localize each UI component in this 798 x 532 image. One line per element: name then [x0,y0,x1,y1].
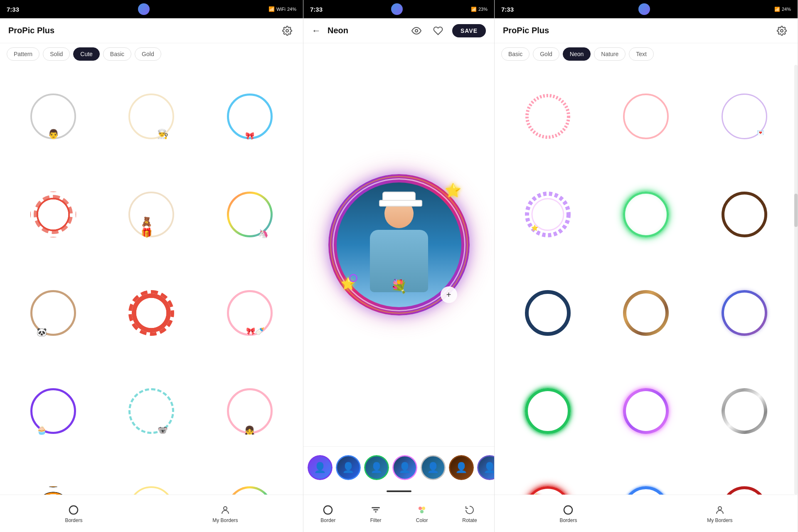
tool-rotate[interactable]: Rotate [462,504,477,523]
dynamic-island-right [619,2,669,16]
border-item-strawberry[interactable] [105,266,198,360]
border-item-mustache[interactable]: 👨 [7,70,100,163]
character-figure: 💐 [357,191,441,299]
svg-rect-5 [372,507,380,508]
tab-basic-right[interactable]: Basic [501,47,530,61]
status-icons-middle: 📶 23% [471,7,488,12]
character-body: 💐 [370,230,428,292]
border-item-purple-cupcake[interactable]: 🧁 [7,365,100,458]
tab-nature-right[interactable]: Nature [594,47,626,61]
neon-item-pink-thin[interactable] [599,70,692,163]
scrollbar-thumb[interactable] [794,194,798,227]
preview-button[interactable] [409,23,424,38]
svg-rect-7 [375,511,377,512]
border-item-pink-girl[interactable]: 👧 [203,365,296,458]
thumb-4[interactable]: 👤 [392,455,417,480]
neon-item-purple-flowers[interactable]: ⭐ [501,168,594,261]
tab-gold[interactable]: Gold [135,47,161,61]
neon-item-brown[interactable] [698,168,791,261]
thumb-2[interactable]: 👤 [336,455,361,480]
filter-label: Filter [370,517,382,523]
middle-panel: 7:33 📶 23% ← Neon [303,0,495,532]
add-element-button[interactable]: + [441,286,457,303]
settings-button-right[interactable] [774,23,789,38]
svg-point-2 [224,507,227,510]
border-item-teal-koala[interactable]: 🐨 [105,365,198,458]
thumb-5[interactable]: 👤 [421,455,446,480]
borders-icon-left [68,504,79,516]
neon-item-magenta[interactable] [599,365,692,458]
thumb-1[interactable]: 👤 [308,455,332,480]
neon-item-blue-purple[interactable] [698,266,791,360]
tab-cute[interactable]: Cute [73,47,100,61]
signal-icon-m: 📶 [471,7,477,12]
rotate-label: Rotate [462,517,477,523]
tab-pattern[interactable]: Pattern [7,47,39,61]
time-middle: 7:33 [310,6,323,13]
signal-icon-r: 📶 [774,7,780,12]
tab-basic[interactable]: Basic [103,47,131,61]
neon-item-red-neon-star[interactable]: ⭐ [501,463,594,495]
nav-my-borders-right[interactable]: My Borders [707,504,732,523]
battery-icon-m: 23% [478,7,488,12]
border-item-bow[interactable]: 🎀 [203,70,296,163]
neon-item-dark-gold[interactable] [599,266,692,360]
signal-icon: 📶 [268,6,275,12]
neon-item-red-stripe[interactable] [698,463,791,495]
border-item-chef[interactable]: 👨‍🍳 [105,70,198,163]
status-icons-left: 📶 WiFi 24% [268,6,296,12]
svg-point-16 [718,507,722,510]
borders-label-left: Borders [65,517,82,523]
status-icons-right: 📶 24% [774,7,791,12]
border-item-candy[interactable] [7,168,100,261]
svg-rect-6 [373,509,378,510]
svg-point-8 [419,507,422,510]
border-item-bear-gift[interactable]: 🧸🎁 [105,168,198,261]
border-item-tiger[interactable] [7,463,100,495]
tab-neon-right[interactable]: Neon [563,47,591,61]
save-button[interactable]: SAVE [452,24,486,37]
favorite-button[interactable] [431,23,446,38]
border-item-pineapple[interactable]: 🍉🍍 [105,463,198,495]
status-bar-middle: 7:33 📶 23% [303,0,494,18]
neon-item-green-led[interactable] [501,365,594,458]
neon-item-navy[interactable] [501,266,594,360]
thumb-3[interactable]: 👤 [364,455,389,480]
svg-point-10 [420,510,424,513]
nav-my-borders-left[interactable]: My Borders [212,504,238,523]
border-item-rainbow-unicorn[interactable]: 🦄 [203,168,296,261]
neon-item-chrome[interactable] [698,365,791,458]
thumb-7[interactable]: 👤 [477,455,494,480]
app-title-right: ProPic Plus [503,26,549,35]
header-right: ProPic Plus [495,18,798,43]
character-hat [382,192,416,204]
thumb-6[interactable]: 👤 [449,455,474,480]
neon-item-blue-solid[interactable] [599,463,692,495]
border-item-rainbow-unicorn2[interactable]: 🦄 [203,463,296,495]
tool-border[interactable]: Border [320,504,335,523]
tab-gold-right[interactable]: Gold [533,47,559,61]
border-item-panda[interactable]: 🐼 [7,266,100,360]
nav-borders-right[interactable]: Borders [559,504,577,523]
avatar-right [638,3,650,15]
neon-item-green-neon[interactable] [599,168,692,261]
nav-borders-left[interactable]: Borders [65,504,82,523]
scrollbar-track[interactable] [794,65,798,495]
svg-point-0 [286,30,288,32]
svg-point-4 [324,506,332,514]
tool-filter[interactable]: Filter [370,504,382,523]
bottom-nav-left: Borders My Borders [0,495,303,532]
thumbnail-strip: 👤 👤 👤 👤 👤 👤 [303,446,494,488]
status-bar-left: 7:33 📶 WiFi 24% [0,0,303,18]
neon-item-hearts[interactable] [501,70,594,163]
borders-label-right: Borders [559,517,577,523]
tab-solid[interactable]: Solid [43,47,70,61]
settings-button-left[interactable] [280,23,295,38]
tool-color[interactable]: Color [416,504,428,523]
neon-item-purple-thin[interactable]: 💌 [698,70,791,163]
time-right: 7:33 [501,6,514,13]
border-item-pink-ribbon[interactable]: 🎀🍼 [203,266,296,360]
battery-icon: 24% [287,7,296,12]
tab-text-right[interactable]: Text [629,47,654,61]
back-button[interactable]: ← [312,25,321,36]
